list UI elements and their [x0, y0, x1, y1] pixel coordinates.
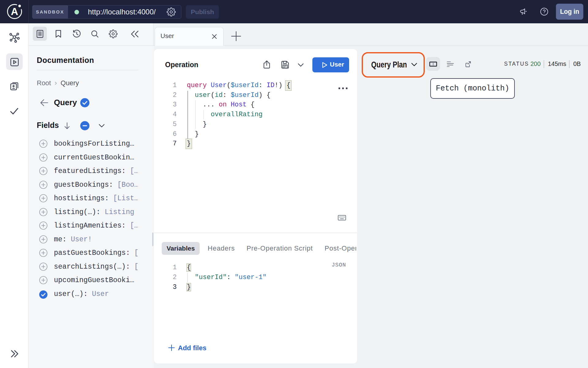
svg-text:A: A: [11, 6, 18, 17]
